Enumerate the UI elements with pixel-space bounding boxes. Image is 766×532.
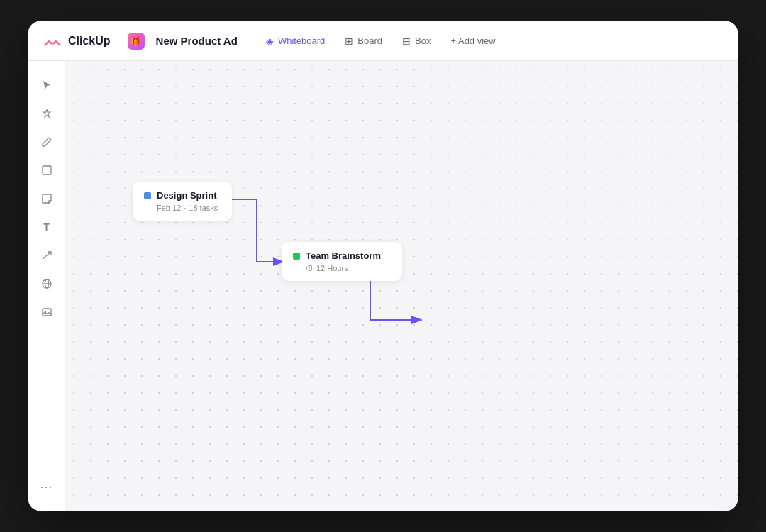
svg-rect-4 [43,309,51,316]
tab-box[interactable]: ⊟ Box [394,31,439,51]
text-tool[interactable]: T [34,214,60,240]
header: ClickUp 🎁 New Product Ad ◈ Whiteboard ⊞ … [28,21,738,61]
design-sprint-card[interactable]: Design Sprint Feb 12 · 18 tasks [133,182,232,221]
whiteboard-canvas[interactable]: Design Sprint Feb 12 · 18 tasks Team Bra… [65,61,738,511]
board-icon: ⊞ [345,35,353,47]
logo-area: ClickUp [43,31,111,51]
add-view-label: + Add view [450,35,495,46]
tab-whiteboard-label: Whiteboard [278,35,325,46]
card-title: Design Sprint [157,190,217,201]
card-title: Team Brainstorm [306,250,381,261]
app-window: ClickUp 🎁 New Product Ad ◈ Whiteboard ⊞ … [28,21,738,511]
app-title: ClickUp [68,35,111,48]
pen-tool[interactable] [34,129,60,155]
image-tool[interactable] [34,299,60,325]
whiteboard-icon: ◈ [266,35,274,47]
tab-board-label: Board [357,35,382,46]
cursor-tool[interactable] [34,72,60,98]
box-icon: ⊟ [402,35,411,47]
project-name: New Product Ad [156,35,238,47]
card-meta: Feb 12 · 18 tasks [144,204,221,212]
toolbar-sidebar: T ··· [28,61,65,511]
tab-whiteboard[interactable]: ◈ Whiteboard [257,31,333,51]
card-dot-separator: · [184,204,186,212]
more-options[interactable]: ··· [34,474,60,499]
team-brainstorm-card[interactable]: Team Brainstorm ⏱ 12 Hours [282,242,402,281]
card-status-dot [293,253,300,260]
card-header: Team Brainstorm [293,250,391,261]
connect-tool[interactable] [34,243,60,268]
nav-tabs: ◈ Whiteboard ⊞ Board ⊟ Box + Add view [257,31,504,51]
card-tasks: 18 tasks [189,204,218,212]
tab-board[interactable]: ⊞ Board [336,31,391,51]
clickup-logo-icon [43,31,62,51]
card-date: Feb 12 [157,204,181,212]
sticky-note-tool[interactable] [34,186,60,211]
tab-box-label: Box [415,35,431,46]
magic-tool[interactable] [34,101,60,126]
card-header: Design Sprint [144,190,221,201]
main-content: T ··· [28,61,738,511]
svg-rect-0 [43,166,51,174]
card-subtitle: 12 Hours [316,264,348,272]
card-meta: ⏱ 12 Hours [293,264,391,272]
project-icon[interactable]: 🎁 [128,33,145,50]
embed-tool[interactable] [34,271,60,297]
card-status-dot [144,192,151,199]
clock-icon: ⏱ [306,264,313,272]
connector-lines [65,61,738,511]
add-view-button[interactable]: + Add view [442,31,504,50]
shape-tool[interactable] [34,157,60,183]
